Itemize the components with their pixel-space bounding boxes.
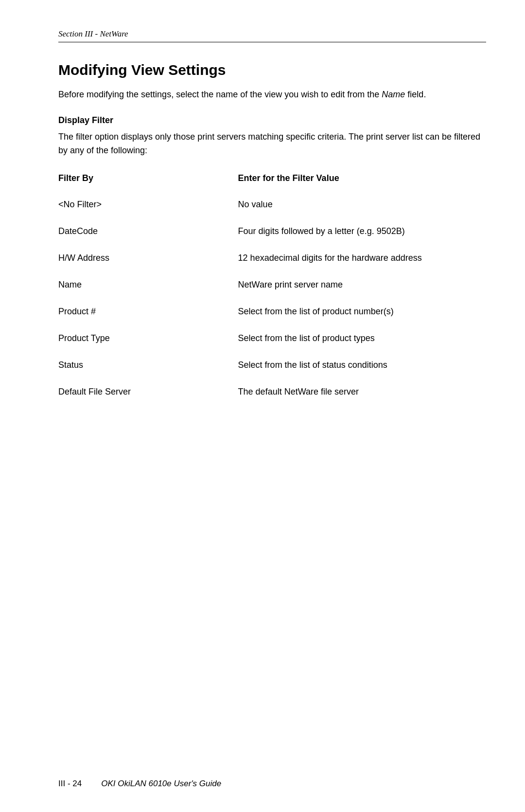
filter-by-cell: Default File Server [58, 379, 238, 405]
filter-value-cell: 12 hexadecimal digits for the hardware a… [238, 245, 486, 271]
filter-value-cell: Four digits followed by a letter (e.g. 9… [238, 218, 486, 245]
intro-text-after: field. [405, 90, 426, 99]
col-header-filter-by: Filter By [58, 173, 238, 191]
table-row: NameNetWare print server name [58, 271, 486, 298]
filter-value-cell: Select from the list of product number(s… [238, 298, 486, 325]
page-footer: III - 24 OKI OkiLAN 6010e User's Guide [58, 779, 486, 789]
footer-document-title: OKI OkiLAN 6010e User's Guide [101, 779, 221, 789]
table-row: <No Filter>No value [58, 191, 486, 218]
page-title: Modifying View Settings [58, 62, 486, 78]
section-header: Section III - NetWare [58, 29, 486, 39]
table-row: DateCodeFour digits followed by a letter… [58, 218, 486, 245]
header-rule [58, 42, 486, 42]
filter-by-cell: Product # [58, 298, 238, 325]
filter-value-cell: No value [238, 191, 486, 218]
filter-by-cell: Status [58, 352, 238, 379]
intro-italic-word: Name [382, 90, 405, 99]
col-header-filter-value: Enter for the Filter Value [238, 173, 486, 191]
intro-paragraph: Before modifying the settings, select th… [58, 88, 486, 102]
filter-description: The filter option displays only those pr… [58, 130, 486, 158]
table-row: H/W Address12 hexadecimal digits for the… [58, 245, 486, 271]
filter-by-cell: Name [58, 271, 238, 298]
filter-by-cell: <No Filter> [58, 191, 238, 218]
intro-text-before: Before modifying the settings, select th… [58, 90, 382, 99]
filter-table: Filter By Enter for the Filter Value <No… [58, 173, 486, 405]
filter-value-cell: Select from the list of status condition… [238, 352, 486, 379]
filter-value-cell: The default NetWare file server [238, 379, 486, 405]
table-row: Product #Select from the list of product… [58, 298, 486, 325]
table-row: Product TypeSelect from the list of prod… [58, 325, 486, 352]
display-filter-heading: Display Filter [58, 115, 486, 126]
page-container: Section III - NetWare Modifying View Set… [0, 0, 525, 473]
table-row: StatusSelect from the list of status con… [58, 352, 486, 379]
footer-page-number: III - 24 [58, 779, 82, 789]
filter-by-cell: H/W Address [58, 245, 238, 271]
filter-value-cell: NetWare print server name [238, 271, 486, 298]
filter-by-cell: Product Type [58, 325, 238, 352]
table-row: Default File ServerThe default NetWare f… [58, 379, 486, 405]
filter-by-cell: DateCode [58, 218, 238, 245]
filter-value-cell: Select from the list of product types [238, 325, 486, 352]
